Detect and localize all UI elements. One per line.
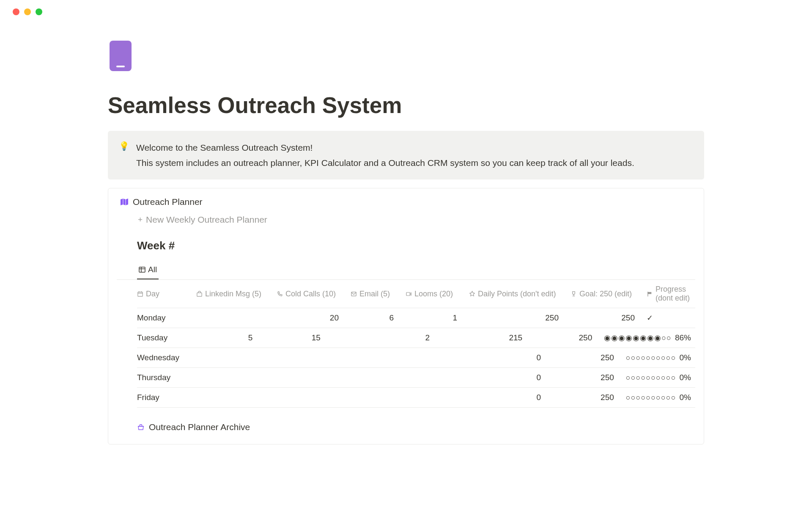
cell-email[interactable] — [342, 373, 395, 382]
col-points-header[interactable]: Daily Points (don't edit) — [469, 285, 571, 303]
svg-rect-3 — [138, 292, 143, 296]
minimize-window-button[interactable] — [24, 8, 31, 15]
cell-email[interactable] — [342, 393, 395, 402]
cell-goal[interactable]: 250 — [553, 353, 626, 362]
map-icon — [120, 198, 129, 206]
cell-day[interactable]: Tuesday — [137, 333, 191, 342]
new-planner-button[interactable]: + New Weekly Outreach Planner — [117, 212, 695, 227]
cell-looms[interactable]: 2 — [383, 333, 442, 342]
col-day-header[interactable]: Day — [137, 285, 196, 303]
archive-link[interactable]: Outreach Planner Archive — [117, 408, 695, 436]
cell-day[interactable]: Wednesday — [137, 353, 194, 362]
cell-progress[interactable]: ○○○○○○○○○○ 0% — [626, 373, 695, 382]
cell-goal[interactable]: 250 — [553, 393, 626, 402]
page-icon[interactable] — [110, 41, 132, 71]
cell-points[interactable]: 0 — [455, 353, 553, 362]
cell-day[interactable]: Thursday — [137, 373, 194, 382]
page-title[interactable]: Seamless Outreach System — [108, 92, 704, 118]
cell-looms[interactable] — [395, 353, 455, 362]
progress-dots: ○○○○○○○○○○ — [626, 353, 676, 362]
table-row[interactable]: Tuesday 5 15 2 215 250 ◉◉◉◉◉◉◉◉○○ 86% — [137, 328, 695, 348]
page-content: Seamless Outreach System 💡 Welcome to th… — [53, 41, 759, 444]
table-row[interactable]: Friday 0 250 ○○○○○○○○○○ 0% — [137, 388, 695, 408]
svg-rect-9 — [406, 293, 410, 296]
cell-day[interactable]: Monday — [137, 313, 196, 323]
progress-dots: ○○○○○○○○○○ — [626, 393, 676, 402]
cell-points[interactable]: 215 — [442, 333, 534, 342]
cell-progress[interactable]: ○○○○○○○○○○ 0% — [626, 353, 695, 362]
cell-goal[interactable]: 250 — [553, 373, 626, 382]
cell-progress[interactable]: ✓ — [647, 313, 695, 323]
tab-all[interactable]: All — [137, 262, 159, 279]
cell-points[interactable]: 0 — [455, 373, 553, 382]
cell-goal[interactable]: 250 — [534, 333, 604, 342]
cell-email[interactable]: 6 — [351, 313, 406, 323]
svg-rect-7 — [197, 293, 202, 296]
cell-calls[interactable]: 15 — [264, 333, 332, 342]
cell-linkedin[interactable]: 5 — [191, 333, 264, 342]
cell-linkedin[interactable] — [196, 313, 277, 323]
table-row[interactable]: Monday 20 6 1 250 250 ✓ — [137, 308, 695, 328]
cell-email[interactable] — [342, 353, 395, 362]
svg-rect-0 — [139, 267, 145, 272]
table-row[interactable]: Wednesday 0 250 ○○○○○○○○○○ 0% — [137, 348, 695, 368]
cell-points[interactable]: 0 — [455, 393, 553, 402]
cell-linkedin[interactable] — [194, 393, 271, 402]
cell-calls[interactable] — [271, 373, 342, 382]
tab-all-label: All — [148, 265, 157, 274]
cell-linkedin[interactable] — [194, 373, 271, 382]
cell-points[interactable]: 250 — [469, 313, 571, 323]
week-subtitle[interactable]: Week # — [117, 239, 695, 252]
planner-header[interactable]: Outreach Planner — [117, 197, 695, 207]
svg-rect-8 — [351, 292, 356, 296]
table-row[interactable]: Thursday 0 250 ○○○○○○○○○○ 0% — [137, 368, 695, 388]
cell-linkedin[interactable] — [194, 353, 271, 362]
col-progress-header[interactable]: Progress (dont edit) — [647, 285, 695, 303]
close-window-button[interactable] — [13, 8, 19, 15]
planner-table: Day Linkedin Msg (5) Cold Calls (10) Ema… — [117, 280, 695, 408]
cell-calls[interactable] — [271, 353, 342, 362]
cell-looms[interactable]: 1 — [406, 313, 469, 323]
col-goal-header[interactable]: Goal: 250 (edit) — [571, 285, 647, 303]
cell-email[interactable] — [332, 333, 383, 342]
archive-label: Outreach Planner Archive — [149, 422, 250, 432]
cell-calls[interactable]: 20 — [277, 313, 351, 323]
cell-looms[interactable] — [395, 373, 455, 382]
cell-progress[interactable]: ◉◉◉◉◉◉◉◉○○ 86% — [604, 333, 695, 342]
planner-title: Outreach Planner — [133, 197, 203, 207]
table-icon — [139, 266, 145, 273]
cell-calls[interactable] — [271, 393, 342, 402]
col-linkedin-header[interactable]: Linkedin Msg (5) — [196, 285, 277, 303]
maximize-window-button[interactable] — [36, 8, 42, 15]
progress-dots: ○○○○○○○○○○ — [626, 373, 676, 382]
table-header: Day Linkedin Msg (5) Cold Calls (10) Ema… — [137, 280, 695, 308]
callout-line1: Welcome to the Seamless Outreach System! — [136, 140, 634, 155]
progress-dots: ◉◉◉◉◉◉◉◉○○ — [604, 333, 672, 342]
view-tabs: All — [117, 262, 695, 280]
col-calls-header[interactable]: Cold Calls (10) — [277, 285, 351, 303]
cell-goal[interactable]: 250 — [571, 313, 647, 323]
callout-line2: This system includes an outreach planner… — [136, 155, 634, 171]
col-looms-header[interactable]: Looms (20) — [406, 285, 469, 303]
cell-progress[interactable]: ○○○○○○○○○○ 0% — [626, 393, 695, 402]
bulb-icon: 💡 — [119, 140, 129, 170]
col-email-header[interactable]: Email (5) — [351, 285, 406, 303]
cell-day[interactable]: Friday — [137, 393, 194, 402]
window-controls — [0, 8, 812, 15]
cell-looms[interactable] — [395, 393, 455, 402]
welcome-callout: 💡 Welcome to the Seamless Outreach Syste… — [108, 131, 704, 179]
callout-text: Welcome to the Seamless Outreach System!… — [136, 140, 634, 170]
plus-icon: + — [138, 215, 143, 224]
new-planner-label: New Weekly Outreach Planner — [146, 215, 267, 225]
checkmark-icon: ✓ — [647, 313, 653, 323]
app-window: Seamless Outreach System 💡 Welcome to th… — [0, 0, 812, 508]
basket-icon — [137, 423, 145, 431]
outreach-planner-panel: Outreach Planner + New Weekly Outreach P… — [108, 188, 704, 444]
